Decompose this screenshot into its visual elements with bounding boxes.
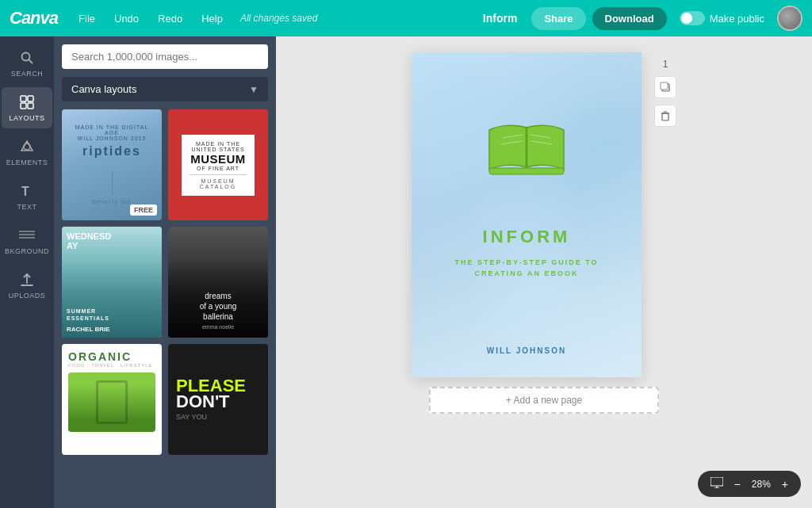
subtitle-line2: CREATING AN EBOOK [474,269,578,277]
make-public-label: Make public [710,13,764,25]
museum-box: MADE IN THE UNITED STATES MUSEUM OF FINE… [182,135,255,196]
sidebar-label-layouts: LAYOUTS [10,114,45,122]
nav-redo[interactable]: Redo [153,10,187,28]
watercolor-bg [412,52,642,377]
svg-rect-4 [21,103,26,109]
sidebar-item-search[interactable]: SEARCH [2,43,52,84]
download-button[interactable]: Download [592,7,667,30]
templates-grid: MADE IN THE DIGITAL AGEWILL JOHNSON 2015… [62,109,268,455]
organic-title: ORGANIC [68,350,132,363]
user-avatar[interactable] [777,6,802,31]
sidebar-item-layouts[interactable]: LAYOUTS [2,87,52,128]
search-input[interactable] [62,44,268,69]
svg-rect-2 [21,96,26,101]
template-riptides[interactable]: MADE IN THE DIGITAL AGEWILL JOHNSON 2015… [62,109,162,220]
canvas-design-author: WILL JOHNSON [412,346,642,355]
sidebar-item-elements[interactable]: ELEMENTS [2,132,52,173]
template-wednesday[interactable]: WEDNESDAY SUMMERESSENTIALS RACHEL BRIE [62,227,162,338]
zoom-out-button[interactable]: − [731,476,744,492]
museum-of: MADE IN THE UNITED STATES [190,141,247,152]
museum-catalog: MUSEUM CATALOG [190,174,247,189]
riptides-tagline: MADE IN THE DIGITAL AGEWILL JOHNSON 2015 [71,124,152,141]
sidebar-icons: SEARCH LAYOUTS ELEMENTS [0,36,54,508]
nav-undo[interactable]: Undo [109,10,144,28]
main-layout: SEARCH LAYOUTS ELEMENTS [0,36,812,508]
sidebar-item-background[interactable]: BKGROUND [2,220,52,262]
canvas-area: INFORM THE STEP-BY-STEP GUIDE TO CREATIN… [276,36,812,508]
svg-point-7 [24,143,30,150]
zoom-in-button[interactable]: + [779,476,791,492]
sidebar-item-text[interactable]: T TEXT [2,176,52,217]
chevron-down-icon: ▼ [249,84,259,95]
svg-rect-14 [489,168,564,174]
uploads-icon [18,271,36,288]
trash-tool-button[interactable] [654,105,676,127]
dropdown-label: Canva layouts [71,83,136,95]
riptides-author: beverly lan [92,198,132,205]
template-museum[interactable]: MADE IN THE UNITED STATES MUSEUM OF FINE… [168,109,268,220]
svg-marker-6 [21,141,33,151]
free-badge: FREE [130,204,157,216]
sidebar-label-search: SEARCH [11,70,44,78]
zoom-level: 28% [749,479,774,490]
background-icon [18,227,36,244]
sidebar-item-uploads[interactable]: UPLOADS [2,265,52,306]
public-toggle[interactable] [680,11,705,25]
canvas-design-subtitle: THE STEP-BY-STEP GUIDE TO CREATING AN EB… [412,257,642,280]
sidebar-label-elements: ELEMENTS [6,159,48,166]
template-ballerina[interactable]: dreamsof a youngballerina emma noelle [168,227,268,338]
svg-rect-20 [661,82,668,90]
svg-line-1 [29,59,32,63]
text-icon: T [18,182,36,200]
wednesday-title: WEDNESDAY [67,231,111,250]
canvas-design[interactable]: INFORM THE STEP-BY-STEP GUIDE TO CREATIN… [412,52,642,377]
add-page-button[interactable]: + Add a new page [429,387,659,414]
canvas-wrapper: INFORM THE STEP-BY-STEP GUIDE TO CREATIN… [412,52,676,377]
left-panel: Canva layouts ▼ MADE IN THE DIGITAL AGEW… [54,36,276,508]
template-organic[interactable]: ORGANIC FOOD · TRAVEL · LIFESTYLE [62,344,162,455]
svg-rect-24 [710,477,723,486]
ballerina-title: dreamsof a youngballerina [200,291,237,322]
sidebar-label-uploads: UPLOADS [9,292,46,300]
copy-tool-button[interactable] [654,76,676,98]
nav-file[interactable]: File [74,10,100,28]
museum-of2: OF FINE ART [190,166,247,171]
svg-text:T: T [21,185,29,198]
book-icon [483,116,570,179]
page-number: 1 [654,59,676,70]
nav-help[interactable]: Help [197,10,228,28]
organic-door-image [68,372,155,432]
search-icon [18,49,36,67]
canvas-design-title: INFORM [412,227,642,247]
topnav: Canva File Undo Redo Help All changes sa… [0,0,812,36]
canvas-right-tools: 1 [654,52,676,127]
svg-rect-5 [28,103,33,109]
layouts-icon [18,94,36,111]
please-dont: DON'T [176,394,230,410]
svg-rect-3 [28,96,33,101]
share-button[interactable]: Share [531,7,585,30]
inform-button[interactable]: Inform [475,7,526,29]
canva-logo: Canva [10,8,58,29]
wednesday-sub: SUMMERESSENTIALS [67,307,109,322]
please-sub: SAY YOU [176,413,207,421]
riptides-title: riptides [82,144,141,159]
save-status: All changes saved [240,13,317,24]
elements-icon [18,138,36,155]
topnav-right: Inform Share Download Make public [475,6,802,31]
museum-title: MUSEUM [190,152,247,166]
zoom-controls: − 28% + [698,471,801,497]
wednesday-name: RACHEL BRIE [67,326,110,333]
template-please[interactable]: PLEASE DON'T SAY YOU [168,344,268,455]
sidebar-label-background: BKGROUND [5,247,49,255]
svg-rect-21 [662,113,668,120]
make-public-button[interactable]: Make public [673,8,771,29]
present-button[interactable] [707,476,726,492]
subtitle-line1: THE STEP-BY-STEP GUIDE TO [454,258,598,266]
organic-sub: FOOD · TRAVEL · LIFESTYLE [68,363,153,368]
layouts-dropdown[interactable]: Canva layouts ▼ [62,77,268,101]
sidebar-label-text: TEXT [17,203,36,211]
ballerina-author: emma noelle [202,324,234,330]
